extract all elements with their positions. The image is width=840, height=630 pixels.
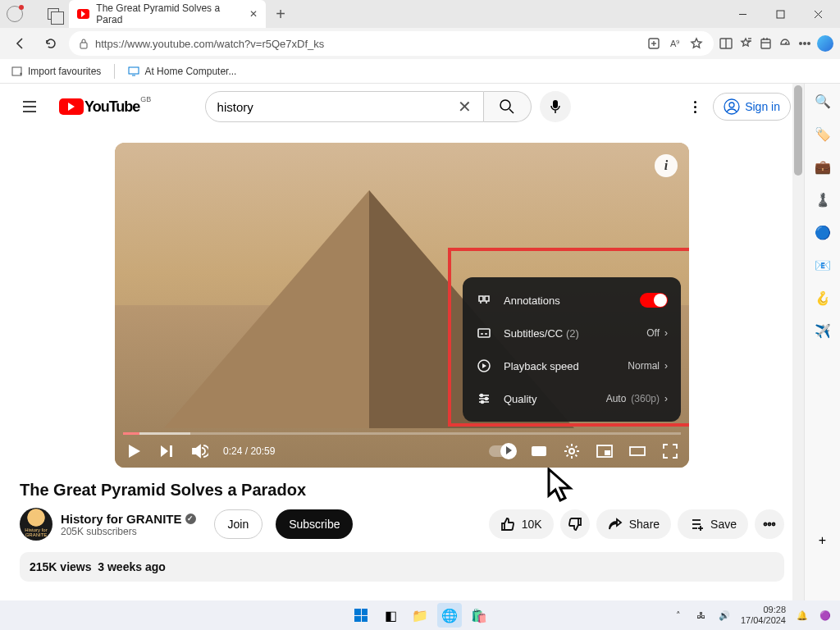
workspaces-icon[interactable]	[48, 8, 59, 20]
play-button[interactable]	[125, 442, 143, 460]
close-window-button[interactable]	[802, 2, 833, 25]
subtitles-icon	[476, 325, 492, 341]
new-tab-button[interactable]: +	[269, 2, 292, 25]
more-actions-button[interactable]	[755, 509, 784, 539]
sidebar-search-icon[interactable]: 🔍	[814, 92, 832, 110]
explorer-icon[interactable]: 📁	[408, 603, 432, 628]
monitor-icon	[128, 66, 139, 76]
youtube-header: YouTube GB ✕ Sign in	[0, 84, 804, 130]
profile-icon[interactable]	[7, 6, 23, 22]
menu-playback-speed[interactable]: Playback speed Normal›	[463, 349, 681, 382]
video-player[interactable]: i Annotations Subtitles/CC (2) Off› Play…	[115, 143, 689, 468]
favourites-bar: Import favourites At Home Computer...	[0, 59, 840, 84]
theater-button[interactable]	[628, 442, 646, 460]
speed-icon	[476, 358, 492, 374]
browser-tab[interactable]: The Great Pyramid Solves a Parad ✕	[69, 0, 266, 28]
volume-tray-icon[interactable]: 🔊	[718, 609, 731, 622]
channel-name[interactable]: History for GRANITE✓	[61, 512, 196, 526]
channel-avatar[interactable]: History forGRANITE	[20, 508, 52, 541]
signin-button[interactable]: Sign in	[713, 93, 791, 121]
volume-button[interactable]	[190, 442, 208, 460]
settings-button[interactable]	[563, 442, 581, 460]
favourites-list-icon[interactable]	[738, 36, 753, 51]
menu-quality[interactable]: Quality Auto (360p)›	[463, 382, 681, 415]
import-favourites-link[interactable]: Import favourites	[11, 66, 101, 77]
search-input[interactable]	[217, 100, 458, 114]
scroll-thumb[interactable]	[794, 85, 802, 176]
address-bar-row: https://www.youtube.com/watch?v=r5Qe7xDf…	[0, 28, 840, 59]
extensions-icon[interactable]	[646, 36, 661, 51]
notifications-icon[interactable]: 🔔	[796, 609, 809, 622]
svg-point-36	[481, 395, 483, 397]
sidebar-tools-icon[interactable]: 💼	[814, 158, 832, 176]
captions-button[interactable]	[530, 442, 548, 460]
copilot-icon[interactable]	[817, 35, 833, 52]
maximize-button[interactable]	[765, 2, 796, 25]
youtube-logo[interactable]: YouTube GB	[59, 98, 139, 116]
read-aloud-icon[interactable]: A⁹	[668, 36, 682, 51]
fullscreen-button[interactable]	[661, 442, 679, 460]
sidebar-shopping-icon[interactable]: 🏷️	[814, 125, 832, 143]
dislike-button[interactable]	[560, 509, 590, 539]
svg-rect-29	[478, 329, 490, 337]
autoplay-toggle[interactable]	[489, 445, 515, 457]
svg-line-25	[509, 109, 514, 113]
network-icon[interactable]: 🖧	[695, 609, 708, 622]
verified-icon: ✓	[185, 514, 196, 524]
svg-rect-4	[80, 43, 87, 48]
sidebar-drop-icon[interactable]: 🪝	[814, 289, 832, 307]
quality-icon	[476, 390, 492, 407]
svg-rect-39	[532, 446, 546, 456]
more-icon[interactable]	[797, 36, 812, 51]
description-box[interactable]: 215K views 3 weeks ago	[20, 552, 784, 582]
tray-expand-icon[interactable]: ˄	[672, 609, 685, 622]
info-card-icon[interactable]: i	[655, 154, 678, 177]
svg-point-16	[804, 43, 806, 45]
collections-icon[interactable]	[758, 36, 773, 51]
video-title: The Great Pyramid Solves a Paradox	[20, 481, 804, 500]
youtube-more-button[interactable]	[687, 94, 703, 120]
subscribe-button[interactable]: Subscribe	[276, 509, 353, 539]
search-button[interactable]	[484, 91, 532, 122]
like-button[interactable]: 10K	[489, 509, 554, 539]
menu-subtitles[interactable]: Subtitles/CC (2) Off›	[463, 317, 681, 349]
annotations-icon	[476, 292, 492, 308]
tab-close-icon[interactable]: ✕	[249, 8, 258, 20]
back-button[interactable]	[7, 30, 33, 57]
menu-annotations[interactable]: Annotations	[463, 284, 681, 317]
next-button[interactable]	[158, 442, 176, 460]
clear-search-icon[interactable]: ✕	[458, 97, 472, 116]
address-bar[interactable]: https://www.youtube.com/watch?v=r5Qe7xDf…	[69, 31, 714, 56]
join-button[interactable]: Join	[214, 509, 263, 539]
player-settings-menu: Annotations Subtitles/CC (2) Off› Playba…	[463, 277, 681, 422]
page-content: ▴ ▾ YouTube GB ✕	[0, 84, 804, 630]
refresh-button[interactable]	[38, 30, 64, 57]
taskview-icon[interactable]: ◧	[378, 603, 403, 628]
system-clock[interactable]: 09:28 17/04/2024	[741, 605, 786, 626]
split-screen-icon[interactable]	[719, 36, 733, 51]
favourite-icon[interactable]	[689, 36, 704, 51]
annotations-toggle[interactable]	[640, 293, 668, 308]
copilot-tray-icon[interactable]: 🟣	[819, 609, 832, 622]
youtube-logo-icon	[59, 98, 84, 115]
sidebar-games-icon[interactable]: ♟️	[814, 190, 832, 208]
save-button[interactable]: Save	[678, 509, 748, 539]
voice-search-button[interactable]	[540, 91, 571, 122]
sidebar-office-icon[interactable]: 🔵	[814, 223, 832, 241]
performance-icon[interactable]	[778, 36, 792, 51]
bookmark-item[interactable]: At Home Computer...	[128, 66, 236, 77]
sidebar-telegram-icon[interactable]: ✈️	[814, 322, 832, 340]
user-icon	[724, 98, 740, 115]
svg-point-24	[500, 100, 510, 110]
store-icon[interactable]: 🛍️	[467, 603, 491, 628]
svg-rect-19	[129, 67, 139, 74]
miniplayer-button[interactable]	[596, 442, 614, 460]
start-button[interactable]	[349, 603, 373, 628]
edge-taskbar-icon[interactable]: 🌐	[437, 603, 462, 628]
page-scrollbar[interactable]: ▴ ▾	[792, 84, 804, 630]
share-button[interactable]: Share	[596, 509, 671, 539]
menu-button[interactable]	[13, 90, 46, 123]
sidebar-outlook-icon[interactable]: 📧	[814, 256, 832, 274]
minimize-button[interactable]	[727, 2, 758, 25]
sidebar-add-icon[interactable]: +	[814, 532, 832, 550]
